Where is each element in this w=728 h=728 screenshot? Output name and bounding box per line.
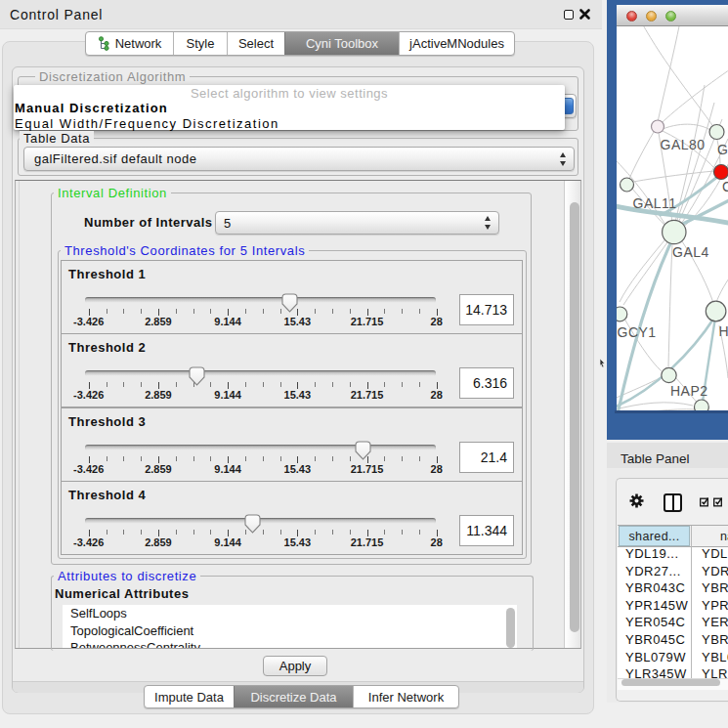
svg-text:GAL80: GAL80 bbox=[661, 137, 706, 152]
svg-text:GCY1: GCY1 bbox=[618, 324, 657, 340]
svg-text:G.: G. bbox=[717, 142, 728, 157]
svg-text:C: C bbox=[722, 179, 728, 194]
svg-text:GAL4: GAL4 bbox=[672, 244, 709, 260]
svg-text:H: H bbox=[719, 323, 728, 339]
svg-text:GAL11: GAL11 bbox=[633, 195, 677, 211]
svg-text:HAP2: HAP2 bbox=[670, 383, 708, 399]
